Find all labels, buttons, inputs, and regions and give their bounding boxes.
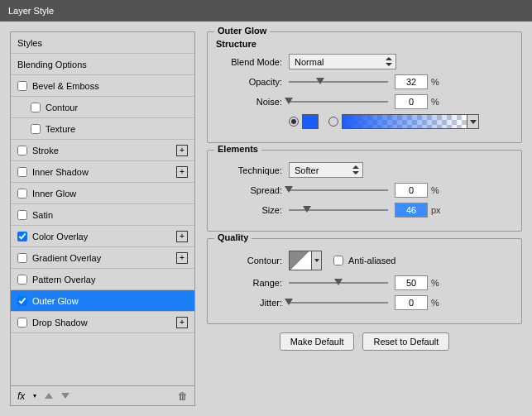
color-swatch[interactable] — [302, 114, 319, 129]
row-spread: Spread: % — [216, 183, 513, 198]
opacity-slider[interactable] — [289, 77, 388, 87]
window-content: Styles Blending Options Bevel & Emboss C… — [0, 22, 532, 416]
contour-preview[interactable] — [289, 251, 312, 270]
sidebar-item-color-overlay[interactable]: Color Overlay + — [11, 226, 194, 247]
add-icon[interactable]: + — [176, 252, 188, 264]
blend-mode-label: Blend Mode: — [216, 57, 289, 67]
window-title: Layer Style — [8, 6, 54, 16]
sidebar-item-gradient-overlay[interactable]: Gradient Overlay + — [11, 247, 194, 269]
checkbox-gradient-overlay[interactable] — [17, 253, 27, 263]
jitter-slider[interactable] — [289, 298, 388, 308]
row-technique: Technique: Softer — [216, 162, 513, 178]
range-slider[interactable] — [289, 278, 388, 288]
sidebar-item-label: Stroke — [32, 146, 59, 155]
checkbox-drop-shadow[interactable] — [17, 318, 27, 328]
fx-menu-icon[interactable]: fx — [17, 390, 25, 402]
checkbox-texture[interactable] — [31, 124, 41, 134]
sidebar-item-contour[interactable]: Contour — [11, 97, 194, 118]
gradient-picker[interactable] — [342, 114, 479, 129]
slider-thumb[interactable] — [285, 186, 293, 193]
styles-list: Styles Blending Options Bevel & Emboss C… — [11, 32, 194, 385]
checkbox-stroke[interactable] — [17, 146, 27, 155]
row-opacity: Opacity: % — [216, 74, 513, 89]
slider-thumb[interactable] — [334, 279, 343, 285]
technique-select[interactable]: Softer — [289, 162, 363, 178]
sidebar-item-blending-options[interactable]: Blending Options — [11, 54, 194, 75]
row-size: Size: px — [216, 203, 513, 218]
checkbox-satin[interactable] — [17, 210, 27, 220]
panel-title: Outer Glow — [214, 26, 270, 36]
sidebar-item-label: Texture — [46, 124, 75, 134]
slider-thumb[interactable] — [285, 98, 293, 104]
row-range: Range: % — [216, 275, 513, 290]
sidebar-item-inner-shadow[interactable]: Inner Shadow + — [11, 161, 194, 183]
unit-label: % — [431, 97, 439, 107]
sidebar-item-bevel-emboss[interactable]: Bevel & Emboss — [11, 75, 194, 97]
spread-input[interactable] — [395, 183, 428, 198]
sidebar-item-texture[interactable]: Texture — [11, 118, 194, 140]
size-slider[interactable] — [289, 205, 388, 215]
slider-thumb[interactable] — [316, 78, 324, 84]
sidebar-item-drop-shadow[interactable]: Drop Shadow + — [11, 312, 194, 333]
move-down-icon[interactable] — [61, 393, 69, 399]
range-input[interactable] — [395, 275, 428, 290]
structure-heading: Structure — [216, 39, 513, 49]
unit-label: % — [431, 185, 439, 195]
sidebar-item-satin[interactable]: Satin — [11, 204, 194, 226]
trash-icon[interactable]: 🗑 — [178, 390, 188, 402]
gradient-preview[interactable] — [343, 115, 467, 128]
add-icon[interactable]: + — [176, 145, 188, 156]
outer-glow-fieldset: Outer Glow Structure Blend Mode: Normal … — [207, 31, 522, 143]
sidebar-item-outer-glow[interactable]: Outer Glow — [11, 290, 194, 312]
checkbox-outer-glow[interactable] — [17, 296, 27, 306]
opacity-input[interactable] — [395, 74, 428, 89]
noise-slider[interactable] — [289, 97, 388, 107]
row-contour: Contour: Anti-aliased — [216, 251, 513, 270]
row-jitter: Jitter: % — [216, 295, 513, 310]
sidebar-item-stroke[interactable]: Stroke + — [11, 140, 194, 161]
styles-sidebar: Styles Blending Options Bevel & Emboss C… — [10, 31, 195, 406]
make-default-button[interactable]: Make Default — [280, 332, 355, 351]
technique-label: Technique: — [216, 165, 289, 175]
elements-heading: Elements — [214, 144, 261, 154]
checkbox-inner-glow[interactable] — [17, 189, 27, 198]
default-buttons: Make Default Reset to Default — [207, 332, 522, 351]
window-titlebar[interactable]: Layer Style — [0, 0, 532, 22]
fx-dropdown-icon[interactable]: ▾ — [33, 392, 36, 399]
slider-thumb[interactable] — [285, 299, 293, 305]
sidebar-item-inner-glow[interactable]: Inner Glow — [11, 183, 194, 204]
contour-dropdown-icon[interactable] — [312, 251, 322, 270]
unit-label: % — [431, 298, 439, 308]
jitter-input[interactable] — [395, 295, 428, 310]
slider-thumb[interactable] — [303, 206, 311, 213]
add-icon[interactable]: + — [176, 166, 188, 178]
move-up-icon[interactable] — [45, 393, 53, 399]
contour-label: Contour: — [216, 256, 289, 265]
reset-default-button[interactable]: Reset to Default — [362, 332, 449, 351]
gradient-dropdown-icon[interactable] — [467, 115, 478, 128]
color-radio[interactable] — [289, 117, 299, 127]
checkbox-pattern-overlay[interactable] — [17, 275, 27, 285]
row-noise: Noise: % — [216, 94, 513, 109]
gradient-radio[interactable] — [328, 117, 338, 127]
sidebar-item-pattern-overlay[interactable]: Pattern Overlay — [11, 269, 194, 290]
sidebar-item-label: Satin — [32, 210, 53, 220]
spread-slider[interactable] — [289, 185, 388, 195]
sidebar-item-label: Color Overlay — [32, 232, 88, 241]
checkbox-inner-shadow[interactable] — [17, 167, 27, 177]
spread-label: Spread: — [216, 185, 289, 195]
add-icon[interactable]: + — [176, 231, 188, 242]
checkbox-bevel-emboss[interactable] — [17, 81, 27, 91]
checkbox-contour[interactable] — [31, 103, 41, 112]
size-input[interactable] — [395, 203, 428, 218]
sidebar-header-label: Styles — [17, 38, 42, 48]
add-icon[interactable]: + — [176, 317, 188, 328]
sidebar-header[interactable]: Styles — [11, 32, 194, 54]
antialias-checkbox[interactable] — [333, 256, 343, 265]
row-blend-mode: Blend Mode: Normal — [216, 54, 513, 69]
checkbox-color-overlay[interactable] — [17, 232, 27, 241]
blend-mode-select[interactable]: Normal — [289, 54, 396, 69]
size-label: Size: — [216, 205, 289, 215]
noise-input[interactable] — [395, 94, 428, 109]
contour-picker[interactable] — [289, 251, 322, 270]
